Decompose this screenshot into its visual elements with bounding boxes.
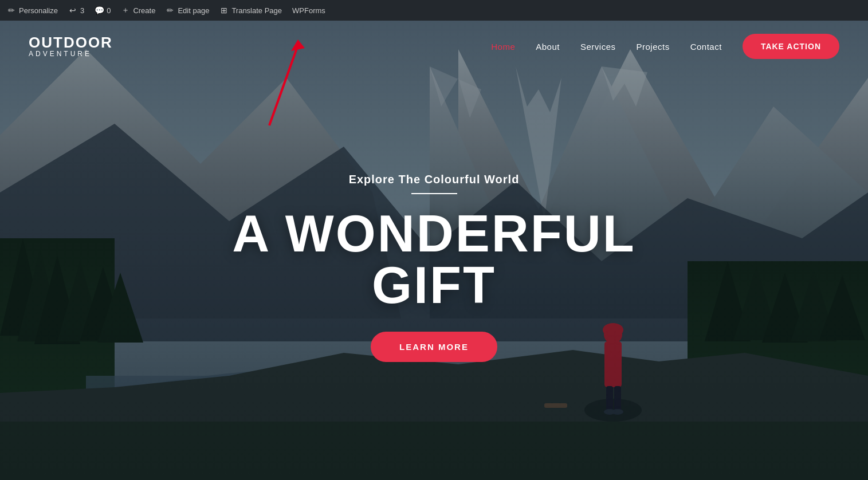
nav-services[interactable]: Services	[580, 42, 616, 52]
hero-subtitle: Explore The Colourful World	[205, 173, 663, 186]
admin-wpforms[interactable]: WPForms	[292, 6, 325, 15]
personalize-icon: ✏	[7, 6, 16, 15]
comments-icon: 💬	[95, 6, 104, 15]
navbar: OUTDOOR ADVENTURE Home About Services Pr…	[0, 21, 868, 72]
admin-create[interactable]: ＋ Create	[121, 6, 155, 15]
logo-sub-text: ADVENTURE	[29, 50, 113, 58]
translate-icon: ⊞	[219, 6, 229, 15]
admin-edit-page[interactable]: ✏ Edit page	[166, 6, 209, 15]
site: OUTDOOR ADVENTURE Home About Services Pr…	[0, 21, 868, 480]
admin-revisions[interactable]: ↩ 3	[68, 6, 84, 15]
site-logo[interactable]: OUTDOOR ADVENTURE	[29, 35, 113, 58]
nav-projects[interactable]: Projects	[637, 42, 670, 52]
admin-translate-page[interactable]: ⊞ Translate Page	[219, 6, 282, 15]
nav-links: Home About Services Projects Contact TAK…	[491, 34, 839, 59]
edit-icon: ✏	[166, 6, 175, 15]
nav-about[interactable]: About	[536, 42, 560, 52]
learn-more-button[interactable]: LEARN MORE	[371, 332, 497, 362]
admin-comments[interactable]: 💬 0	[95, 6, 111, 15]
take-action-button[interactable]: TAKE ACTION	[743, 34, 839, 59]
create-icon: ＋	[121, 6, 130, 15]
hero-title: A WONDERFUL GIFT	[205, 208, 663, 311]
admin-bar: ✏ Personalize ↩ 3 💬 0 ＋ Create ✏ Edit pa…	[0, 0, 868, 21]
nav-contact[interactable]: Contact	[690, 42, 722, 52]
hero-content: Explore The Colourful World A WONDERFUL …	[205, 173, 663, 362]
nav-home[interactable]: Home	[491, 42, 515, 52]
hero-divider	[411, 193, 457, 194]
revisions-icon: ↩	[68, 6, 77, 15]
admin-personalize[interactable]: ✏ Personalize	[7, 6, 58, 15]
logo-main-text: OUTDOOR	[29, 35, 113, 50]
